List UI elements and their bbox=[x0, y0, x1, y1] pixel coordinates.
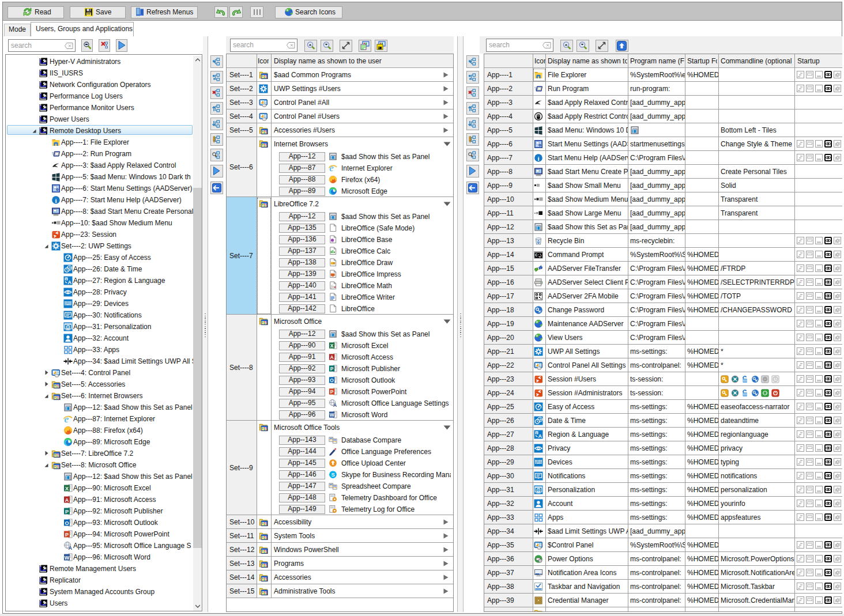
svg-text:P: P bbox=[330, 389, 334, 395]
svg-text:A: A bbox=[69, 545, 73, 551]
svg-text:fx: fx bbox=[331, 284, 334, 289]
svg-text:O: O bbox=[330, 377, 334, 383]
svg-text:S: S bbox=[331, 472, 334, 478]
svg-text:e: e bbox=[65, 414, 69, 424]
svg-text:i: i bbox=[537, 155, 539, 162]
svg-text:A: A bbox=[333, 402, 337, 407]
svg-text:e: e bbox=[329, 164, 333, 172]
svg-text:P: P bbox=[65, 509, 69, 515]
svg-text:A: A bbox=[538, 433, 542, 439]
svg-text:P: P bbox=[65, 532, 69, 538]
svg-text:X: X bbox=[330, 343, 334, 349]
svg-text:P: P bbox=[330, 366, 334, 372]
svg-text:O: O bbox=[65, 520, 69, 526]
svg-text:W: W bbox=[330, 412, 334, 418]
svg-text:A: A bbox=[330, 354, 334, 360]
svg-text:C:\: C:\ bbox=[535, 254, 542, 258]
svg-text:A: A bbox=[68, 279, 72, 285]
svg-text:A: A bbox=[65, 497, 69, 503]
svg-text:X: X bbox=[65, 486, 69, 492]
svg-text:i: i bbox=[55, 197, 56, 204]
svg-text:W: W bbox=[65, 555, 70, 561]
